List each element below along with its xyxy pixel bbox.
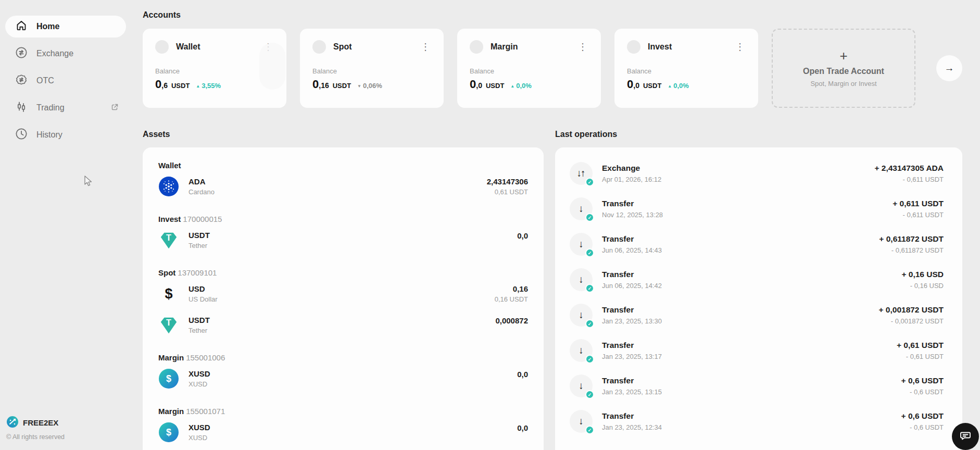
account-number: 170000015 xyxy=(183,215,222,223)
clock-icon xyxy=(15,127,28,143)
asset-group-spot: Spot137009101 $ USD US Dollar 0,16 0,16 … xyxy=(158,268,528,335)
svg-text:T: T xyxy=(166,233,171,242)
asset-row-usd[interactable]: $ USD US Dollar 0,16 0,16 USDT xyxy=(158,283,528,304)
operation-sub-amount: - 0,611 USDT xyxy=(874,176,944,183)
brand-name: FREE2EX xyxy=(23,418,58,427)
group-name: Margin xyxy=(158,353,184,362)
support-chat-button[interactable] xyxy=(952,423,979,450)
open-trade-account-card[interactable]: + Open Trade Account Spot, Margin or Inv… xyxy=(772,29,915,108)
sidebar-item-label: Exchange xyxy=(36,49,119,58)
sidebar-item-trading[interactable]: Trading xyxy=(5,97,126,119)
operation-date: Jun 06, 2025, 14:42 xyxy=(602,282,901,290)
account-avatar xyxy=(312,40,326,54)
operation-sub-amount: - 0,6 USDT xyxy=(901,423,944,431)
account-number: 137009101 xyxy=(178,268,217,277)
asset-row-xusd[interactable]: $ XUSD XUSD 0,0 xyxy=(158,422,528,443)
asset-row-ada[interactable]: ADA Cardano 2,43147306 0,61 USDT xyxy=(158,176,528,197)
carousel-next-button[interactable]: → xyxy=(936,55,962,81)
account-card-margin[interactable]: Margin ⋮ Balance 0,0 USDT ▲0,0% xyxy=(457,29,601,108)
balance-label: Balance xyxy=(312,67,432,75)
operation-amount: + 0,001872 USDT xyxy=(878,305,944,315)
operation-type: Exchange xyxy=(602,164,874,173)
operation-row[interactable]: ↓↑ ✓ Exchange Apr 01, 2026, 16:12 + 2,43… xyxy=(570,162,944,185)
change-badge: ▼0,06% xyxy=(357,82,382,90)
operation-row[interactable]: ↓ ✓ Transfer Jun 06, 2025, 14:43 + 0,611… xyxy=(570,233,944,256)
operation-amount: + 0,61 USDT xyxy=(897,341,944,350)
operation-type: Transfer xyxy=(602,199,893,208)
ada-icon xyxy=(158,176,179,197)
asset-symbol: XUSD xyxy=(189,369,517,378)
sidebar-item-label: Home xyxy=(36,22,119,31)
balance-label: Balance xyxy=(155,67,275,75)
account-card-title: Spot xyxy=(333,42,411,52)
operation-sub-amount: - 0,16 USD xyxy=(901,282,944,290)
sidebar-item-label: Trading xyxy=(36,103,103,113)
operation-amount: + 0,611 USDT xyxy=(893,199,944,208)
asset-row-usdt[interactable]: T USDT Tether 0,0 xyxy=(158,230,528,251)
plus-icon: + xyxy=(839,49,847,62)
asset-row-usdt[interactable]: T USDT Tether 0,000872 xyxy=(158,315,528,335)
asset-amount: 0,0 xyxy=(517,370,528,379)
sidebar-item-otc[interactable]: OTC xyxy=(5,70,126,92)
operation-row[interactable]: ↓ ✓ Transfer Jun 06, 2025, 14:42 + 0,16 … xyxy=(570,268,944,291)
operation-row[interactable]: ↓ ✓ Transfer Jan 23, 2025, 13:30 + 0,001… xyxy=(570,304,944,327)
group-name: Wallet xyxy=(158,161,181,170)
asset-symbol: USDT xyxy=(189,231,517,240)
asset-fiat-value: 0,61 USDT xyxy=(487,188,528,196)
success-check-icon: ✓ xyxy=(585,390,594,399)
operation-amount: + 2,43147305 ADA xyxy=(874,164,944,173)
account-avatar xyxy=(627,40,640,54)
success-check-icon: ✓ xyxy=(585,248,594,257)
asset-row-xusd[interactable]: $ XUSD XUSD 0,0 xyxy=(158,368,528,389)
operations-panel: ↓↑ ✓ Exchange Apr 01, 2026, 16:12 + 2,43… xyxy=(555,147,962,450)
trend-arrow-icon: ▲ xyxy=(196,84,200,89)
operation-date: Jun 06, 2025, 14:43 xyxy=(602,246,879,254)
change-badge: ▲0,0% xyxy=(510,82,532,90)
arrow-right-icon: → xyxy=(945,63,954,74)
sidebar-nav: Home Exchange OTC xyxy=(0,0,130,146)
asset-amount: 0,0 xyxy=(517,231,528,240)
operation-row[interactable]: ↓ ✓ Transfer Jan 23, 2025, 13:17 + 0,61 … xyxy=(570,339,944,362)
account-card-invest[interactable]: Invest ⋮ Balance 0,0 USDT ▲0,0% xyxy=(614,29,758,108)
kebab-menu-icon[interactable]: ⋮ xyxy=(576,42,589,52)
svg-text:$: $ xyxy=(166,373,171,384)
sidebar-item-home[interactable]: Home xyxy=(5,16,126,38)
usdt-icon: T xyxy=(158,315,179,335)
operation-row[interactable]: ↓ ✓ Transfer Jan 23, 2025, 13:15 + 0,6 U… xyxy=(570,374,944,397)
operation-row[interactable]: ↓ ✓ Transfer Jan 23, 2025, 12:34 + 0,6 U… xyxy=(570,410,944,433)
kebab-menu-icon[interactable]: ⋮ xyxy=(419,42,432,52)
assets-panel: Wallet xyxy=(143,147,544,450)
operation-date: Jan 23, 2025, 12:34 xyxy=(602,423,901,431)
account-card-spot[interactable]: Spot ⋮ Balance 0,16 USDT ▼0,06% xyxy=(300,29,444,108)
asset-group-margin-2: Margin155001071 $ XU xyxy=(158,407,528,443)
account-number: 155001006 xyxy=(186,353,225,362)
account-avatar xyxy=(470,40,483,54)
account-avatar xyxy=(155,40,169,54)
success-check-icon: ✓ xyxy=(585,178,594,186)
asset-symbol: USDT xyxy=(189,316,495,324)
kebab-menu-icon[interactable]: ⋮ xyxy=(733,42,747,52)
copyright-text: © All rights reserved xyxy=(6,433,65,441)
asset-amount: 2,43147306 xyxy=(487,177,528,186)
carousel-prev-button[interactable] xyxy=(259,43,285,90)
operation-sub-amount: - 0,61 USDT xyxy=(897,353,944,360)
main-content: Accounts Wallet ⋮ Balance 0,6 USDT ▲3,55… xyxy=(143,0,962,450)
operation-sub-amount: - 0,001872 USDT xyxy=(878,317,944,325)
change-badge: ▲0,0% xyxy=(668,82,689,90)
operation-type: Transfer xyxy=(602,270,901,279)
asset-fiat-value xyxy=(517,381,528,388)
candlestick-icon xyxy=(15,100,28,116)
sidebar-item-history[interactable]: History xyxy=(5,124,126,146)
usdt-icon: T xyxy=(158,230,179,251)
operation-amount: + 0,16 USD xyxy=(901,270,944,279)
asset-group-invest: Invest170000015 T USDT Tether xyxy=(158,215,528,251)
asset-fullname: XUSD xyxy=(189,434,517,442)
otc-badge-icon xyxy=(15,73,28,89)
sidebar-item-exchange[interactable]: Exchange xyxy=(5,43,126,65)
sidebar-footer: FREE2EX © All rights reserved xyxy=(6,416,65,441)
exchange-arrows-icon xyxy=(15,46,28,61)
operation-row[interactable]: ↓ ✓ Transfer Nov 12, 2025, 13:28 + 0,611… xyxy=(570,197,944,220)
home-icon xyxy=(15,19,28,34)
asset-amount: 0,16 xyxy=(495,284,528,293)
asset-fiat-value xyxy=(517,434,528,441)
